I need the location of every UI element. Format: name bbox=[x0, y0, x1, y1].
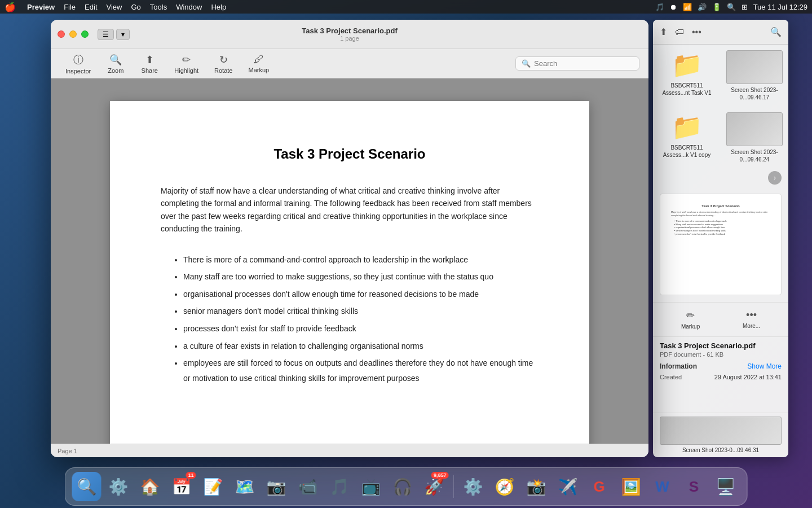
fp-item-label-3: BSBCRT511 Assess...k V1 copy bbox=[659, 144, 715, 159]
fp-item-folder2[interactable]: 📁 BSBCRT511 Assess...k V1 copy bbox=[655, 109, 718, 167]
dock-tv-icon: 📺 bbox=[361, 478, 381, 496]
fp-share-icon[interactable]: ⬆ bbox=[660, 27, 667, 37]
dock-screenium[interactable]: 🖥️ bbox=[711, 472, 740, 501]
dock-tv[interactable]: 📺 bbox=[356, 472, 386, 501]
search-input[interactable] bbox=[534, 59, 619, 68]
toolbar-share[interactable]: ⬆ Share bbox=[135, 51, 164, 76]
dock-launchpad[interactable]: ⚙️ bbox=[104, 472, 133, 501]
finder-panel: ⬆ 🏷 ••• 🔍 📁 BSBCRT511 Assess...nt Task V… bbox=[653, 20, 788, 457]
fp-bottom-screenshot-label: Screen Shot 2023-0...09.46.31 bbox=[660, 446, 782, 454]
fp-preview-section: Task 3 Project Scenario Majority of staf… bbox=[653, 187, 788, 303]
fp-info-section: Task 3 Project Scenario.pdf PDF document… bbox=[653, 337, 788, 413]
dock-finder[interactable]: 🔍 bbox=[72, 472, 102, 501]
menubar-record-icon[interactable]: ⏺ bbox=[670, 3, 677, 11]
fp-item-label-1: BSBCRT511 Assess...nt Task V1 bbox=[659, 82, 715, 97]
finder-panel-toolbar: ⬆ 🏷 ••• 🔍 bbox=[653, 20, 788, 45]
dock-calendar-badge: 11 bbox=[186, 472, 196, 479]
fp-tag-icon[interactable]: 🏷 bbox=[675, 27, 684, 37]
dock-home[interactable]: 🏠 bbox=[135, 472, 165, 501]
preview-window: ☰ ▾ Task 3 Project Scenario.pdf 1 page ⓘ… bbox=[51, 20, 648, 457]
fp-bottom-screenshot[interactable]: Screen Shot 2023-0...09.46.31 bbox=[653, 413, 788, 457]
menu-view[interactable]: View bbox=[107, 3, 122, 11]
app-name[interactable]: Preview bbox=[27, 3, 55, 11]
dock-music[interactable]: 🎵 bbox=[325, 472, 354, 501]
menubar-search-icon[interactable]: 🔍 bbox=[727, 3, 736, 11]
fp-item-screenshot1[interactable]: Screen Shot 2023-0...09.46.17 bbox=[723, 47, 786, 104]
toolbar-inspector[interactable]: ⓘ Inspector bbox=[60, 51, 96, 77]
pdf-page: Task 3 Project Scenario Majority of staf… bbox=[110, 101, 589, 444]
dock-maps[interactable]: 🗺️ bbox=[230, 472, 259, 501]
fp-bottom-screenshot-thumb bbox=[660, 417, 782, 445]
dock-facetime[interactable]: 📹 bbox=[293, 472, 323, 501]
toolbar-search[interactable]: 🔍 bbox=[515, 56, 639, 71]
fp-filetype: PDF document - 61 KB bbox=[660, 351, 782, 358]
menubar-wifi-icon[interactable]: 📶 bbox=[683, 3, 692, 11]
menubar-control-icon[interactable]: ⊞ bbox=[742, 3, 748, 11]
toolbar-highlight[interactable]: ✏ Highlight bbox=[169, 51, 204, 76]
dock-calendar[interactable]: 📅 11 bbox=[167, 472, 196, 501]
maximize-button[interactable] bbox=[81, 30, 89, 38]
dock-safari[interactable]: 🧭 bbox=[490, 472, 519, 501]
menubar-volume-icon[interactable]: 🔊 bbox=[698, 3, 707, 11]
toolbar-markup[interactable]: 🖊 Markup bbox=[242, 51, 275, 76]
dock-facetime-icon: 📹 bbox=[298, 478, 317, 496]
dock-chrome[interactable]: G bbox=[585, 472, 614, 501]
window-titlebar: ☰ ▾ Task 3 Project Scenario.pdf 1 page bbox=[51, 20, 648, 49]
document-area[interactable]: Task 3 Project Scenario Majority of staf… bbox=[51, 78, 648, 444]
menubar: 🍎 Preview File Edit View Go Tools Window… bbox=[0, 0, 812, 14]
fp-action-markup[interactable]: ✏ Markup bbox=[677, 307, 704, 332]
list-item: a culture of fear exists in relation to … bbox=[183, 339, 539, 354]
view-sidebar-button[interactable]: ☰ bbox=[98, 29, 114, 40]
dock-music-icon: 🎵 bbox=[329, 478, 349, 496]
menu-window[interactable]: Window bbox=[176, 3, 202, 11]
fp-item-label-2: Screen Shot 2023-0...09.46.17 bbox=[726, 86, 783, 101]
dock-appstore-badge: 9,657 bbox=[431, 472, 449, 479]
menu-go[interactable]: Go bbox=[131, 3, 140, 11]
fp-show-more-button[interactable]: Show More bbox=[747, 362, 782, 370]
fp-search-icon[interactable]: 🔍 bbox=[770, 27, 782, 37]
close-button[interactable] bbox=[58, 30, 65, 38]
dock-notes[interactable]: 📝 bbox=[198, 472, 228, 501]
menu-file[interactable]: File bbox=[64, 3, 76, 11]
fp-more-label: More... bbox=[743, 323, 760, 329]
fp-markup-label: Markup bbox=[681, 323, 700, 330]
apple-menu-icon[interactable]: 🍎 bbox=[5, 2, 16, 12]
dock-safari-icon: 🧭 bbox=[495, 478, 514, 496]
view-dropdown-button[interactable]: ▾ bbox=[116, 29, 130, 40]
dock-imageviewer[interactable]: 🖼️ bbox=[616, 472, 646, 501]
minimize-button[interactable] bbox=[69, 30, 77, 38]
fp-created-value: 29 August 2022 at 13:41 bbox=[714, 374, 782, 380]
fp-item-folder1[interactable]: 📁 BSBCRT511 Assess...nt Task V1 bbox=[655, 47, 718, 104]
dock-home-icon: 🏠 bbox=[140, 478, 160, 496]
menu-tools[interactable]: Tools bbox=[150, 3, 167, 11]
menu-edit[interactable]: Edit bbox=[85, 3, 97, 11]
dock-preview[interactable]: 📸 bbox=[522, 472, 551, 501]
dock-telegram[interactable]: ✈️ bbox=[553, 472, 582, 501]
fp-action-more[interactable]: ••• More... bbox=[738, 307, 765, 332]
menubar-datetime[interactable]: Tue 11 Jul 12:29 bbox=[753, 3, 807, 11]
toolbar-zoom[interactable]: 🔍 Zoom bbox=[101, 51, 130, 76]
inspector-label: Inspector bbox=[65, 68, 91, 75]
dock-photos[interactable]: 📷 bbox=[262, 472, 291, 501]
fp-item-screenshot2[interactable]: Screen Shot 2023-0...09.46.24 bbox=[723, 109, 786, 167]
menu-help[interactable]: Help bbox=[211, 3, 226, 11]
list-item: employees are still forced to focus on o… bbox=[183, 356, 539, 386]
dock-appstore[interactable]: 🚀 9,657 bbox=[420, 472, 449, 501]
menubar-music-icon[interactable]: 🎵 bbox=[655, 3, 664, 11]
dock-appstore-icon: 🚀 bbox=[424, 478, 444, 496]
fp-expand-button[interactable]: › bbox=[768, 171, 782, 185]
dock-sysprefs[interactable]: ⚙️ bbox=[458, 472, 488, 501]
fp-more-icon: ••• bbox=[746, 309, 757, 321]
dock-slack[interactable]: S bbox=[679, 472, 709, 501]
share-label: Share bbox=[142, 67, 158, 74]
dock-sysprefs-icon: ⚙️ bbox=[463, 478, 483, 496]
menubar-battery-icon[interactable]: 🔋 bbox=[712, 3, 721, 11]
window-toolbar: ⓘ Inspector 🔍 Zoom ⬆ Share ✏ Highlight ↻… bbox=[51, 49, 648, 78]
rotate-label: Rotate bbox=[214, 67, 232, 74]
dock-podcasts[interactable]: 🎧 bbox=[388, 472, 417, 501]
fp-overflow-icon[interactable]: ••• bbox=[692, 27, 701, 37]
pdf-title: Task 3 Project Scenario bbox=[161, 146, 539, 162]
dock-word[interactable]: W bbox=[648, 472, 677, 501]
toolbar-rotate[interactable]: ↻ Rotate bbox=[209, 51, 238, 76]
fp-markup-icon: ✏ bbox=[686, 309, 695, 322]
